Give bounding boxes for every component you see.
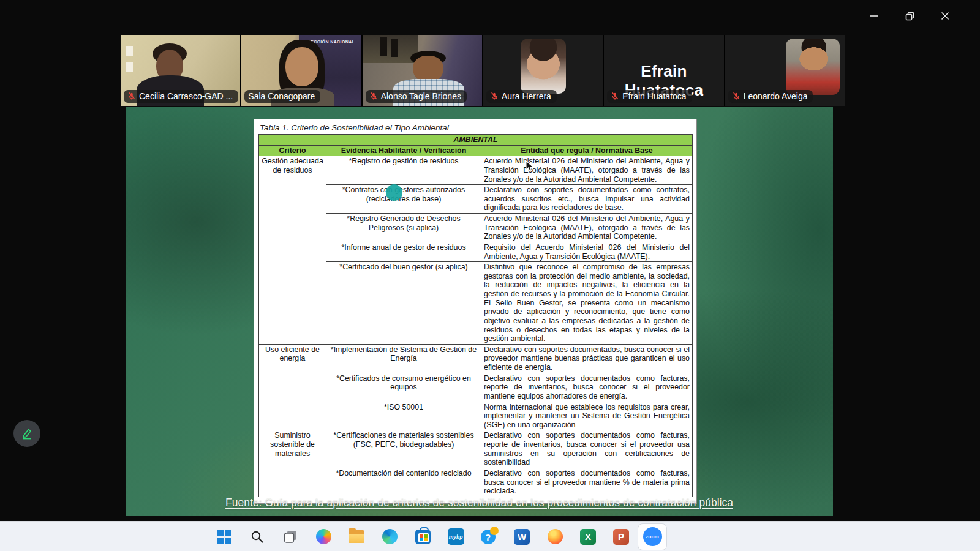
table-title: Tabla 1. Criterio de Sostenibilidad el T… [260, 123, 692, 132]
evidencia-cell: *Contratos con gestores autorizados (rec… [326, 185, 481, 214]
avatar [521, 39, 566, 94]
evidencia-cell: *Documentación del contenido reciclado [326, 468, 481, 497]
annotation-dot [386, 184, 402, 201]
windows-logo-icon [217, 530, 231, 544]
powerpoint-icon: P [613, 529, 629, 545]
edge-button[interactable] [373, 523, 406, 551]
participant-label: Alonso Tagle Briones [366, 90, 467, 103]
entidad-cell: Acuerdo Ministerial 026 del Ministerio d… [481, 214, 693, 242]
evidencia-cell: *Registro Generado de Desechos Peligroso… [326, 214, 481, 242]
powerpoint-button[interactable]: P [605, 523, 638, 551]
participant-label: Aura Herrera [486, 90, 557, 103]
participant-tile-alonso[interactable]: Alonso Tagle Briones [363, 35, 482, 106]
entidad-cell: Declarativo con soportes documentados, b… [481, 344, 693, 373]
get-help-icon: ? [481, 528, 497, 545]
firefox-button[interactable] [538, 523, 571, 551]
participant-name: Aura Herrera [502, 91, 551, 101]
microsoft-store-button[interactable] [406, 523, 439, 551]
close-button[interactable] [931, 6, 959, 26]
column-header-entidad: Entidad que regula / Normativa Base [481, 145, 693, 156]
start-button[interactable] [208, 523, 241, 551]
edge-icon [382, 529, 398, 544]
close-icon [941, 12, 949, 20]
word-button[interactable]: W [505, 523, 538, 551]
mic-muted-icon [490, 92, 499, 100]
entidad-cell: Norma Internacional que establece los re… [481, 402, 693, 430]
participant-label: Efrain Huatatoca [607, 90, 692, 103]
evidencia-cell: *Certificado del buen gestor (si aplica) [326, 262, 481, 345]
excel-icon: X [580, 529, 596, 545]
restore-button[interactable] [895, 6, 924, 26]
annotate-pencil-button[interactable] [13, 420, 40, 447]
table-row: Suministro sostenible de materiales *Cer… [259, 430, 693, 468]
criterio-cell: Suministro sostenible de materiales [259, 430, 326, 497]
copilot-button[interactable] [307, 523, 340, 551]
excel-button[interactable]: X [571, 523, 605, 551]
mic-muted-icon [369, 92, 378, 100]
mic-muted-icon [732, 92, 741, 100]
evidencia-cell: *Implementación de Sistema de Gestión de… [326, 344, 481, 373]
table-panel: Tabla 1. Criterio de Sostenibilidad el T… [254, 119, 696, 503]
participant-name: Alonso Tagle Briones [381, 91, 461, 101]
search-button[interactable] [241, 523, 274, 551]
criterio-cell: Uso eficiente de energía [259, 344, 326, 430]
avatar [786, 39, 840, 95]
shared-screen-content: Tabla 1. Criterio de Sostenibilidad el T… [126, 107, 833, 516]
participant-label: Leonardo Aveiga [728, 90, 813, 103]
task-view-button[interactable] [274, 523, 307, 551]
get-help-button[interactable]: ? [472, 523, 505, 551]
zoom-icon: zoom [643, 527, 662, 546]
participant-tile-cecilia[interactable]: Cecilia Carrasco-GAD ... [121, 35, 240, 106]
entidad-cell: Requisito del Acuerdo Ministerial 026 de… [481, 242, 693, 261]
entidad-cell: Declarativo con soportes documentados co… [481, 430, 693, 468]
sustainability-criteria-table: AMBIENTAL Criterio Evidencia Habilitante… [258, 134, 693, 497]
participant-tile-leonardo[interactable]: Leonardo Aveiga [725, 35, 845, 106]
video-gallery: Cecilia Carrasco-GAD ... DIRECCIÓN NACIO… [121, 35, 845, 106]
entidad-cell: Distintivo que reconoce el compromiso de… [481, 262, 693, 345]
participant-tile-aura[interactable]: Aura Herrera [483, 35, 603, 106]
entidad-cell: Declarativo con soportes documentados co… [481, 468, 693, 497]
pencil-icon [20, 426, 34, 441]
column-header-criterio: Criterio [259, 145, 326, 156]
participant-name: Sala Conagopare [248, 91, 315, 101]
firefox-icon [548, 529, 563, 544]
zoom-app-button-active[interactable]: zoom [638, 523, 667, 550]
participant-name: Leonardo Aveiga [744, 91, 808, 101]
microsoft-store-icon [415, 530, 431, 544]
participant-tile-sala-active-speaker[interactable]: DIRECCIÓN NACIONAL Sala Conagopare [241, 35, 361, 106]
zoom-meeting-window: Cecilia Carrasco-GAD ... DIRECCIÓN NACIO… [0, 0, 980, 551]
file-explorer-icon [349, 530, 364, 543]
help-notification-dot [490, 527, 499, 535]
myhp-icon: myhp [448, 528, 464, 545]
search-icon [250, 530, 265, 544]
participant-name: Efrain Huatatoca [622, 91, 686, 101]
file-explorer-button[interactable] [340, 523, 373, 551]
minimize-button[interactable] [860, 6, 888, 26]
participant-name: Cecilia Carrasco-GAD ... [139, 91, 233, 101]
word-icon: W [514, 529, 530, 545]
mouse-cursor [525, 160, 535, 175]
mic-muted-icon [611, 92, 619, 100]
minimize-icon [870, 12, 878, 20]
windows-taskbar: 1 myhp ? [0, 521, 980, 551]
evidencia-cell: *Certificaciones de materiales sostenibl… [326, 430, 481, 468]
table-merged-header: AMBIENTAL [259, 135, 693, 146]
entidad-cell: Declarativo con soportes documentados co… [481, 185, 693, 214]
entidad-cell: Declarativo con soportes documentados co… [481, 373, 693, 402]
column-header-evidencia: Evidencia Habilitante / Verificación [326, 145, 481, 156]
participant-label: Sala Conagopare [244, 90, 320, 103]
evidencia-cell: *Informe anual de gestor de residuos [326, 242, 481, 261]
copilot-icon [316, 529, 331, 544]
source-caption: Fuente: Guía para la aplicación de crite… [126, 497, 833, 509]
participant-label: Cecilia Carrasco-GAD ... [124, 90, 238, 103]
mic-muted-icon [127, 92, 136, 100]
restore-icon [905, 12, 914, 21]
participant-tile-efrain[interactable]: Efrain Huatatoca Efrain Huatatoca [604, 35, 723, 106]
entidad-cell: Acuerdo Ministerial 026 del Ministerio d… [481, 156, 693, 185]
criterio-cell: Gestión adecuada de residuos [259, 156, 326, 345]
table-row: Uso eficiente de energía *Implementación… [259, 344, 693, 373]
evidencia-cell: *Certificados de consumo energético en e… [326, 373, 481, 402]
myhp-button[interactable]: myhp [439, 523, 472, 551]
evidencia-cell: *ISO 50001 [326, 402, 481, 430]
table-row: Gestión adecuada de residuos *Registro d… [259, 156, 693, 185]
